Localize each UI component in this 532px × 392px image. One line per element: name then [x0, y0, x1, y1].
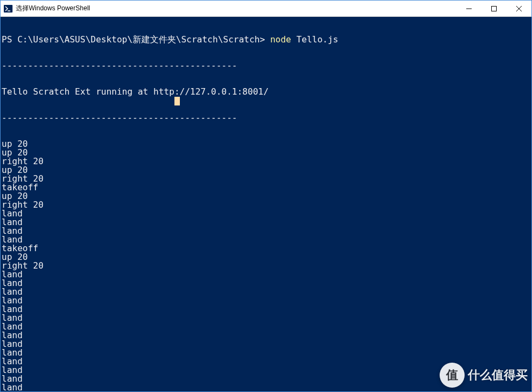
output-line: land	[2, 227, 531, 235]
output-line: up 20	[2, 253, 531, 262]
maximize-button[interactable]	[481, 1, 506, 16]
output-line: land	[2, 322, 531, 331]
output-line: right 20	[2, 201, 531, 209]
output-line: up 20	[2, 192, 531, 201]
output-container: up 20up 20right 20up 20right 20takeoffup…	[2, 140, 531, 391]
output-line: right 20	[2, 262, 531, 270]
command-node: node	[270, 34, 291, 45]
terminal-content[interactable]: PS C:\Users\ASUS\Desktop\新建文件夹\Scratch\S…	[1, 17, 531, 391]
powershell-window: 选择Windows PowerShell PS C:\Users\ASUS\De…	[0, 0, 532, 392]
output-line: right 20	[2, 157, 531, 166]
minimize-button[interactable]	[456, 1, 481, 16]
output-line: takeoff	[2, 183, 531, 192]
output-line: land	[2, 331, 531, 340]
status-line: Tello Scratch Ext running at http://127.…	[2, 88, 531, 96]
prompt-prefix: PS C:\Users\ASUS\Desktop\新建文件夹\Scratch\S…	[2, 34, 265, 45]
output-line: land	[2, 218, 531, 227]
output-line: land	[2, 270, 531, 279]
output-line: takeoff	[2, 244, 531, 253]
output-line: land	[2, 314, 531, 322]
watermark-text: 什么值得买	[468, 367, 528, 383]
output-line: up 20	[2, 148, 531, 157]
window-title: 选择Windows PowerShell	[16, 4, 456, 13]
watermark: 值 什么值得买	[440, 363, 528, 388]
output-line: land	[2, 235, 531, 244]
separator-line: ----------------------------------------…	[2, 114, 531, 122]
svg-rect-3	[492, 6, 497, 11]
powershell-icon	[4, 4, 12, 13]
output-line: up 20	[2, 166, 531, 175]
command-arg: Tello.js	[296, 34, 338, 45]
terminal-cursor	[174, 97, 180, 105]
output-line: right 20	[2, 175, 531, 183]
window-controls	[456, 1, 531, 16]
output-line: land	[2, 340, 531, 349]
output-line: land	[2, 209, 531, 218]
prompt-line: PS C:\Users\ASUS\Desktop\新建文件夹\Scratch\S…	[2, 35, 531, 44]
close-button[interactable]	[506, 1, 531, 16]
output-line: land	[2, 305, 531, 314]
output-line: land	[2, 288, 531, 296]
titlebar[interactable]: 选择Windows PowerShell	[1, 1, 531, 17]
output-line: up 20	[2, 140, 531, 148]
watermark-logo-icon: 值	[440, 363, 465, 388]
output-line: land	[2, 279, 531, 288]
output-line: land	[2, 296, 531, 305]
output-line: land	[2, 349, 531, 357]
separator-line: ----------------------------------------…	[2, 61, 531, 70]
